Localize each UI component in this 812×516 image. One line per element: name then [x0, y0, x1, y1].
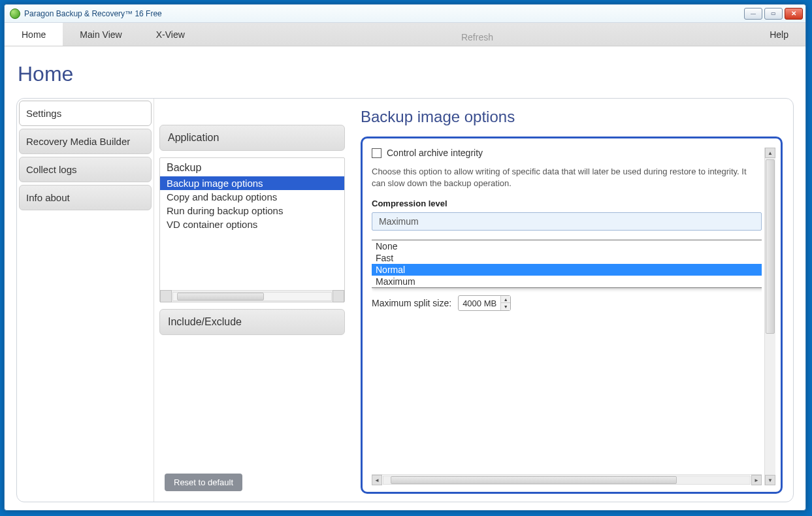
spin-up-icon[interactable]: ▲ — [501, 296, 510, 303]
app-window: Paragon Backup & Recovery™ 16 Free — ▭ ✕… — [4, 4, 806, 511]
options-title: Backup image options — [361, 108, 783, 126]
section-include-exclude[interactable]: Include/Exclude — [159, 309, 345, 335]
run-during-backup-item[interactable]: Run during backup options — [160, 204, 344, 218]
options-inner: Control archive integrity Choose this op… — [372, 148, 762, 485]
vscroll-down-icon[interactable]: ▼ — [765, 475, 775, 485]
window-title: Paragon Backup & Recovery™ 16 Free — [24, 9, 744, 18]
refresh-link[interactable]: Refresh — [202, 23, 753, 46]
integrity-description: Choose this option to allow writing of s… — [372, 166, 762, 189]
sidebar-item-settings[interactable]: Settings — [19, 101, 152, 126]
dd-option-none[interactable]: None — [372, 240, 762, 252]
minimize-button[interactable]: — — [744, 8, 762, 20]
main-panel: Settings Recovery Media Builder Collect … — [16, 98, 794, 502]
tab-main-view[interactable]: Main View — [63, 23, 138, 46]
vscroll-up-icon[interactable]: ▲ — [765, 148, 775, 158]
content-area: Home Settings Recovery Media Builder Col… — [5, 46, 805, 510]
dd-option-maximum[interactable]: Maximum — [372, 276, 762, 287]
sidebar: Settings Recovery Media Builder Collect … — [17, 99, 154, 502]
sidebar-item-collect-logs[interactable]: Collect logs — [19, 157, 152, 182]
compression-label: Compression level — [372, 199, 762, 208]
sidebar-item-info-about[interactable]: Info about — [19, 185, 152, 210]
options-panel: Backup image options Control archive int… — [350, 99, 793, 502]
split-row: Maximum split size: ▲ ▼ — [372, 295, 762, 311]
backup-image-options-item[interactable]: Backup image options — [160, 176, 344, 190]
hscroll-left-icon[interactable]: ◄ — [372, 475, 382, 485]
copy-backup-options-item[interactable]: Copy and backup options — [160, 190, 344, 204]
dd-option-normal[interactable]: Normal — [372, 264, 762, 276]
maximize-button[interactable]: ▭ — [764, 8, 783, 20]
section-backup-title[interactable]: Backup — [160, 162, 344, 176]
integrity-checkbox[interactable] — [372, 148, 382, 158]
split-size-input[interactable] — [459, 297, 500, 310]
sidebar-item-recovery-media[interactable]: Recovery Media Builder — [19, 129, 152, 154]
below-dropdown-area: Maximum split size: ▲ ▼ — [372, 291, 762, 311]
split-size-spinbox[interactable]: ▲ ▼ — [458, 295, 511, 311]
spin-down-icon[interactable]: ▼ — [501, 303, 510, 310]
section-application[interactable]: Application — [159, 125, 345, 151]
options-hscroll[interactable]: ◄ ► — [372, 474, 762, 485]
help-link[interactable]: Help — [753, 23, 805, 46]
sublist-hscroll[interactable] — [160, 290, 344, 302]
menubar: Home Main View X-View Refresh Help — [5, 23, 805, 46]
vd-container-options-item[interactable]: VD container options — [160, 218, 344, 231]
titlebar: Paragon Backup & Recovery™ 16 Free — ▭ ✕ — [5, 5, 805, 23]
reset-to-default-button[interactable]: Reset to default — [165, 474, 242, 491]
section-backup-box: Backup Backup image options Copy and bac… — [159, 157, 345, 302]
settings-categories: Application Backup Backup image options … — [154, 99, 350, 502]
tab-home[interactable]: Home — [5, 23, 63, 46]
compression-dropdown: None Fast Normal Maximum — [372, 240, 762, 288]
close-button[interactable]: ✕ — [785, 8, 803, 20]
compression-combobox[interactable]: Maximum — [372, 212, 762, 231]
dd-option-fast[interactable]: Fast — [372, 252, 762, 264]
options-vscroll[interactable]: ▲ ▼ — [764, 148, 775, 485]
hscroll-right-icon[interactable]: ► — [751, 475, 762, 485]
app-icon — [10, 8, 20, 19]
integrity-row: Control archive integrity — [372, 148, 762, 158]
page-title: Home — [18, 62, 794, 86]
tab-x-view[interactable]: X-View — [139, 23, 202, 46]
options-box: Control archive integrity Choose this op… — [361, 137, 783, 494]
split-label: Maximum split size: — [372, 298, 451, 308]
integrity-label: Control archive integrity — [387, 148, 483, 158]
window-buttons: — ▭ ✕ — [744, 8, 803, 20]
